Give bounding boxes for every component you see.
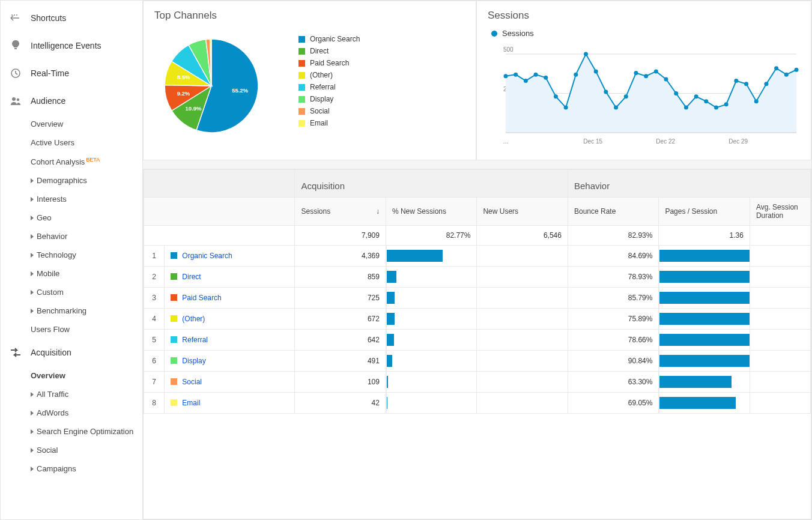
row-channel[interactable]: Social [165, 372, 295, 393]
svg-text:55.2%: 55.2% [232, 87, 248, 94]
sidebar-realtime[interactable]: Real-Time [1, 59, 142, 87]
row-pps-bar [659, 351, 750, 372]
svg-point-18 [534, 73, 538, 77]
sidebar-item-overview[interactable]: Overview [31, 366, 142, 385]
svg-point-35 [704, 99, 708, 103]
row-new-sessions-bar [386, 372, 476, 393]
audience-icon [9, 94, 22, 107]
row-new-sessions-bar [386, 267, 476, 288]
legend-item: Paid Search [298, 59, 360, 67]
row-pps-bar [659, 372, 750, 393]
row-rank: 1 [144, 246, 165, 267]
svg-point-39 [744, 82, 748, 86]
sidebar-intel[interactable]: Intelligence Events [1, 32, 142, 59]
row-rank: 4 [144, 309, 165, 330]
row-new-sessions-bar [386, 288, 476, 309]
sidebar-shortcuts[interactable]: Shortcuts [1, 4, 142, 32]
row-sessions: 4,369 [295, 246, 386, 267]
table-row: 2Direct85978.93% [144, 267, 811, 288]
total-bounce: 82.93% [568, 226, 658, 246]
col-new-users[interactable]: New Users [477, 198, 568, 226]
sidebar-item-overview[interactable]: Overview [31, 115, 142, 133]
row-channel[interactable]: Paid Search [165, 288, 295, 309]
row-pps-bar [659, 393, 750, 414]
sidebar-realtime-label: Real-Time [31, 68, 69, 78]
col-bounce[interactable]: Bounce Rate [568, 198, 658, 226]
svg-point-2 [16, 14, 17, 16]
row-pps-bar [659, 288, 750, 309]
sidebar-item-all-traffic[interactable]: All Traffic [31, 385, 142, 404]
sidebar-item-interests[interactable]: Interests [31, 190, 142, 208]
col-avg-duration[interactable]: Avg. Session Duration [750, 198, 810, 226]
legend-swatch [298, 36, 305, 43]
row-channel[interactable]: Direct [165, 267, 295, 288]
svg-point-21 [564, 106, 568, 110]
col-new-sessions[interactable]: % New Sessions [386, 198, 476, 226]
legend-swatch [298, 84, 305, 91]
svg-text:9.2%: 9.2% [177, 90, 190, 97]
sidebar-item-technology[interactable]: Technology [31, 246, 142, 264]
sidebar-item-geo[interactable]: Geo [31, 208, 142, 227]
group-acquisition: Acquisition [295, 170, 568, 198]
sidebar: Shortcuts Intelligence Events Real-Time … [1, 1, 143, 519]
row-rank: 3 [144, 288, 165, 309]
row-channel[interactable]: Referral [165, 330, 295, 351]
svg-point-34 [694, 94, 698, 98]
row-sessions: 642 [295, 330, 386, 351]
sidebar-item-search-engine-optimization[interactable]: Search Engine Optimization [31, 422, 142, 441]
sidebar-item-cohort-analysis[interactable]: Cohort AnalysisBETA [31, 152, 142, 171]
col-pps[interactable]: Pages / Session [659, 198, 750, 226]
sidebar-item-custom[interactable]: Custom [31, 283, 142, 301]
sessions-legend-label: Sessions [502, 29, 534, 38]
sidebar-shortcuts-label: Shortcuts [31, 13, 66, 23]
row-pps-bar [659, 330, 750, 351]
row-channel[interactable]: (Other) [165, 309, 295, 330]
total-new-sessions: 82.77% [386, 226, 476, 246]
row-channel[interactable]: Email [165, 393, 295, 414]
sidebar-item-users-flow[interactable]: Users Flow [31, 320, 142, 339]
row-bounce: 78.93% [568, 267, 658, 288]
sidebar-item-demographics[interactable]: Demographics [31, 171, 142, 190]
row-channel[interactable]: Organic Search [165, 246, 295, 267]
svg-point-37 [724, 102, 729, 106]
sidebar-item-behavior[interactable]: Behavior [31, 227, 142, 246]
row-pps-bar [659, 309, 750, 330]
sidebar-item-mobile[interactable]: Mobile [31, 264, 142, 283]
caret-icon [31, 216, 34, 220]
sidebar-item-benchmarking[interactable]: Benchmarking [31, 301, 142, 320]
row-new-sessions-bar [386, 351, 476, 372]
caret-icon [31, 429, 34, 434]
sessions-legend: Sessions [491, 29, 800, 38]
audience-submenu: OverviewActive UsersCohort AnalysisBETAD… [1, 115, 142, 339]
caret-icon [31, 448, 34, 453]
channel-swatch [171, 273, 177, 280]
col-sessions[interactable]: Sessions [295, 198, 386, 226]
row-rank: 8 [144, 393, 165, 414]
sidebar-item-active-users[interactable]: Active Users [31, 133, 142, 152]
svg-text:500: 500 [503, 46, 514, 53]
svg-point-24 [594, 69, 598, 73]
sidebar-item-social[interactable]: Social [31, 441, 142, 459]
legend-swatch [298, 48, 305, 55]
sidebar-audience[interactable]: Audience [1, 87, 142, 115]
channel-swatch [171, 378, 177, 385]
sidebar-acquisition[interactable]: Acquisition [1, 339, 142, 366]
legend-swatch [298, 120, 305, 127]
row-channel[interactable]: Display [165, 351, 295, 372]
pie-legend: Organic SearchDirectPaid Search(Other)Re… [298, 29, 360, 143]
legend-item: Social [298, 107, 360, 115]
caret-icon [31, 271, 34, 276]
svg-point-36 [714, 106, 718, 110]
sidebar-item-campaigns[interactable]: Campaigns [31, 459, 142, 478]
acquisition-icon [9, 346, 22, 359]
svg-point-17 [524, 79, 528, 83]
sidebar-acquisition-label: Acquisition [31, 348, 71, 357]
sidebar-item-adwords[interactable]: AdWords [31, 404, 142, 422]
channel-swatch [171, 294, 177, 301]
channel-swatch [171, 315, 177, 322]
table-row: 1Organic Search4,36984.69% [144, 246, 811, 267]
group-behavior: Behavior [568, 170, 810, 198]
top-channels-panel: Top Channels 55.2%10.9%9.2%8.5% Organic … [143, 1, 476, 160]
row-rank: 7 [144, 372, 165, 393]
table-row: 3Paid Search72585.79% [144, 288, 811, 309]
